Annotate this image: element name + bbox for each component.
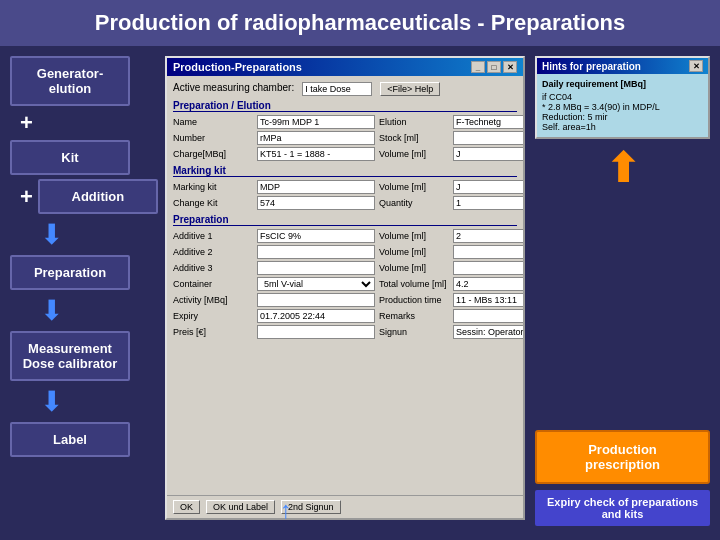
menu-bar: Active measuring chamber: I take Dose <F… (173, 82, 517, 96)
name-label: Name (173, 117, 253, 127)
form-marking-kit: Marking kit Volume [ml] Change Kit Quant… (173, 180, 517, 210)
volume1-label: Volume [ml] (379, 231, 449, 241)
cursor-arrow-icon: ↑ (280, 496, 292, 524)
additive3-label: Additive 3 (173, 263, 253, 273)
elution-label: Elution (379, 117, 449, 127)
volume2-input[interactable] (453, 245, 523, 259)
quantity-label: Quantity (379, 198, 449, 208)
production-time-label: Production time (379, 295, 449, 305)
signun-label: Signun (379, 327, 449, 337)
activity-input[interactable] (257, 293, 375, 307)
dialog-title: Production-Preparations (173, 61, 302, 73)
hints-close-button[interactable]: ✕ (689, 60, 703, 72)
page-title: Production of radiopharmaceuticals - Pre… (0, 0, 720, 46)
price-label: Preis [€] (173, 327, 253, 337)
maximize-button[interactable]: □ (487, 61, 501, 73)
additive3-input[interactable] (257, 261, 375, 275)
minimize-button[interactable]: _ (471, 61, 485, 73)
plus-icon-2: + (10, 184, 33, 210)
production-prescription-box: Production prescription (535, 430, 710, 484)
titlebar-buttons: _ □ ✕ (471, 61, 517, 73)
expiry-check-box: Expiry check of preparations and kits (535, 490, 710, 526)
arrow-icon-1: ⬇ (10, 218, 63, 251)
elution-input[interactable] (453, 115, 523, 129)
volume3-input[interactable] (453, 261, 523, 275)
additive1-input[interactable] (257, 229, 375, 243)
sidebar-measurement: Measurement Dose calibrator (10, 331, 130, 381)
total-volume-label: Total volume [ml] (379, 279, 449, 289)
volume3-label: Volume [ml] (379, 263, 449, 273)
total-volume-input[interactable] (453, 277, 523, 291)
chamber-input[interactable]: I take Dose (302, 82, 372, 96)
mk-volume-input[interactable] (453, 180, 523, 194)
number-label: Number (173, 133, 253, 143)
marking-kit-input[interactable] (257, 180, 375, 194)
dialog-titlebar: Production-Preparations _ □ ✕ (167, 58, 523, 76)
sidebar-label: Label (10, 422, 130, 457)
sidebar-preparation: Preparation (10, 255, 130, 290)
production-time-input[interactable] (453, 293, 523, 307)
form-preparation: Additive 1 Volume [ml] Additive 2 Volume… (173, 229, 517, 339)
form-prep-elution: Name Elution Number Stock [ml] Charge[MB… (173, 115, 517, 161)
name-input[interactable] (257, 115, 375, 129)
center-area: Production-Preparations _ □ ✕ Active mea… (165, 56, 525, 526)
additive1-label: Additive 1 (173, 231, 253, 241)
stock-label: Stock [ml] (379, 133, 449, 143)
quantity-input[interactable] (453, 196, 523, 210)
additive2-label: Additive 2 (173, 247, 253, 257)
remarks-input[interactable] (453, 309, 523, 323)
arrow-icon-3: ⬇ (10, 385, 63, 418)
hints-titlebar: Hints for preparation ✕ (537, 58, 708, 74)
prescription-arrow-icon: ⬆ (535, 145, 710, 191)
hints-content: if CC04 * 2.8 MBq = 3.4(90) in MDP/L Red… (542, 92, 703, 132)
activity-label: Activity [MBq] (173, 295, 253, 305)
charge-label: Charge[MBq] (173, 149, 253, 159)
plus-icon-1: + (10, 110, 33, 136)
container-select[interactable]: 5ml V-vial (257, 277, 375, 291)
ok-button[interactable]: OK (173, 500, 200, 514)
remarks-label: Remarks (379, 311, 449, 321)
dialog-window: Production-Preparations _ □ ✕ Active mea… (165, 56, 525, 520)
sidebar-addition: Addition (38, 179, 158, 214)
expiry-input[interactable] (257, 309, 375, 323)
charge-input[interactable] (257, 147, 375, 161)
expiry-label: Expiry (173, 311, 253, 321)
number-input[interactable] (257, 131, 375, 145)
hints-box: Hints for preparation ✕ Daily requiremen… (535, 56, 710, 139)
section-preparation: Preparation (173, 214, 517, 226)
hints-title: Hints for preparation (542, 61, 641, 72)
arrow-icon-2: ⬇ (10, 294, 63, 327)
marking-kit-label: Marking kit (173, 182, 253, 192)
sidebar-addition-row: + Addition (10, 179, 158, 214)
signun-input[interactable] (453, 325, 523, 339)
container-label: Container (173, 279, 253, 289)
ok-label-button[interactable]: OK und Label (206, 500, 275, 514)
active-measuring-label: Active measuring chamber: (173, 82, 294, 96)
hints-body: Daily requirement [MBq] if CC04 * 2.8 MB… (537, 74, 708, 137)
left-sidebar: Generator- elution + Kit + Addition ⬇ Pr… (10, 56, 155, 526)
volume1-input[interactable] (453, 229, 523, 243)
additive2-input[interactable] (257, 245, 375, 259)
daily-req-label: Daily requirement [MBq] (542, 79, 703, 89)
sidebar-generator-elution: Generator- elution (10, 56, 130, 106)
volume-input[interactable] (453, 147, 523, 161)
volume2-label: Volume [ml] (379, 247, 449, 257)
section-preparation-elution: Preparation / Elution (173, 100, 517, 112)
price-input[interactable] (257, 325, 375, 339)
change-kit-label: Change Kit (173, 198, 253, 208)
section-marking-kit: Marking kit (173, 165, 517, 177)
file-help-button[interactable]: <File> Help (380, 82, 440, 96)
sidebar-kit: Kit (10, 140, 130, 175)
stock-input[interactable] (453, 131, 523, 145)
dialog-body: Active measuring chamber: I take Dose <F… (167, 76, 523, 495)
right-hints: Hints for preparation ✕ Daily requiremen… (535, 56, 710, 526)
mk-volume-label: Volume [ml] (379, 182, 449, 192)
change-kit-input[interactable] (257, 196, 375, 210)
close-button[interactable]: ✕ (503, 61, 517, 73)
volume-label: Volume [ml] (379, 149, 449, 159)
bottom-buttons: OK OK und Label 2nd Signun (167, 495, 523, 518)
